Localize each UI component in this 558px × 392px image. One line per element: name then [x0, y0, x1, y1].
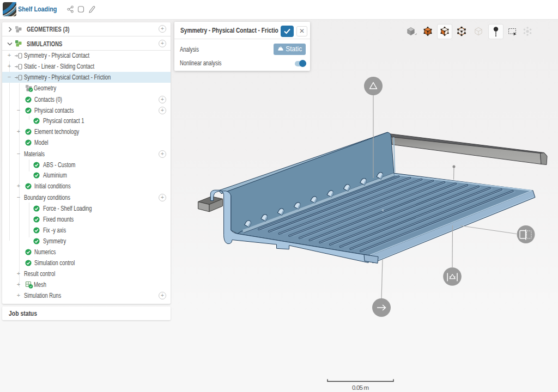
svg-text:0.05 m: 0.05 m — [352, 384, 369, 391]
